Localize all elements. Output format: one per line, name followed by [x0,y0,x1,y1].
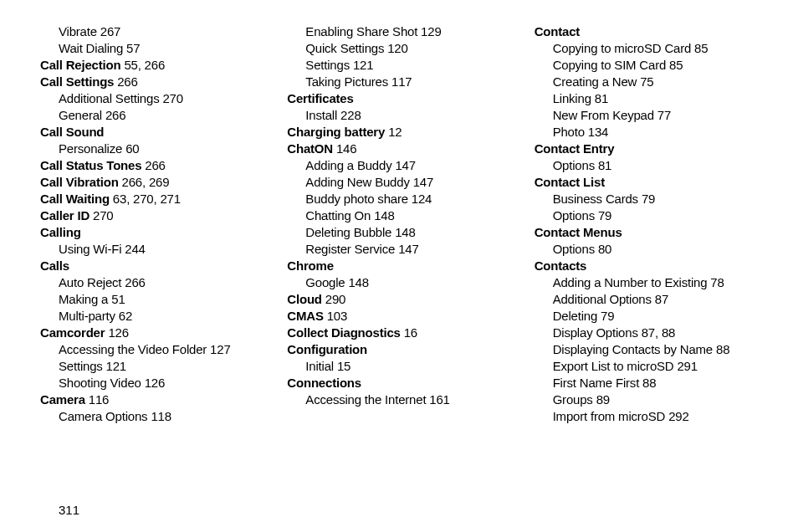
index-term[interactable]: Groups [553,392,593,407]
index-page-ref[interactable]: 270 [93,208,113,223]
index-term[interactable]: Calling [40,225,81,239]
index-page-ref[interactable]: 87 [655,292,668,306]
index-page-ref[interactable]: 244 [125,242,145,256]
index-page-ref[interactable]: 85 [669,58,683,72]
index-term[interactable]: Displaying Contacts by Name [553,342,713,356]
index-page-ref[interactable]: 15 [337,359,350,373]
index-term[interactable]: Calls [40,258,69,273]
index-page-ref[interactable]: 124 [412,192,432,206]
index-term[interactable]: Deleting Bubble [305,225,391,239]
index-term[interactable]: Call Status Tones [40,158,141,172]
index-page-ref[interactable]: 161 [429,392,449,407]
index-page-ref[interactable]: 85 [694,41,708,55]
index-page-ref[interactable]: 80 [598,242,611,256]
index-page-ref[interactable]: 88 [642,376,656,390]
index-term[interactable]: Personalize [59,141,122,156]
index-term[interactable]: Adding New Buddy [305,175,409,189]
index-term[interactable]: Photo [553,125,585,139]
index-term[interactable]: Display Options [553,325,638,340]
index-term[interactable]: Export List to microSD [553,359,674,373]
index-term[interactable]: Collect Diagnostics [287,325,400,340]
index-term[interactable]: Call Rejection [40,58,120,72]
index-term[interactable]: Enabling Share Shot [305,24,417,38]
index-page-ref[interactable]: 148 [348,275,368,289]
index-page-ref[interactable]: 266 [145,158,165,172]
index-term[interactable]: Settings [59,359,103,373]
index-term[interactable]: Shooting Video [59,376,141,390]
index-page-ref[interactable]: 55, 266 [124,58,165,72]
index-page-ref[interactable]: 270 [162,91,182,105]
index-page-ref[interactable]: 121 [353,58,373,72]
index-term[interactable]: New From Keypad [553,108,654,122]
index-term[interactable]: Accessing the Internet [305,392,426,407]
index-term[interactable]: Connections [287,376,361,390]
index-page-ref[interactable]: 148 [374,208,394,223]
index-term[interactable]: Linking [553,91,591,105]
index-term[interactable]: Call Settings [40,74,114,89]
index-term[interactable]: Chrome [287,258,333,273]
index-term[interactable]: Using Wi-Fi [59,242,121,256]
index-term[interactable]: Camcorder [40,325,105,340]
index-term[interactable]: Creating a New [553,74,637,89]
index-term[interactable]: Auto Reject [59,275,121,289]
index-page-ref[interactable]: 57 [126,41,140,55]
index-term[interactable]: Camera Options [59,409,147,423]
index-page-ref[interactable]: 79 [601,309,614,323]
index-page-ref[interactable]: 78 [710,275,724,289]
index-page-ref[interactable]: 116 [89,392,109,407]
index-page-ref[interactable]: 89 [596,392,610,407]
index-term[interactable]: Vibrate [59,24,97,38]
index-term[interactable]: Google [305,275,345,289]
index-page-ref[interactable]: 121 [106,359,126,373]
index-term[interactable]: Taking Pictures [305,74,388,89]
index-term[interactable]: Call Vibration [40,175,119,189]
index-page-ref[interactable]: 87, 88 [642,325,676,340]
index-page-ref[interactable]: 117 [391,74,412,89]
index-term[interactable]: Call Sound [40,125,104,139]
index-term[interactable]: Making a [59,292,108,306]
index-page-ref[interactable]: 63, 270, 271 [113,192,181,206]
index-term[interactable]: Options [553,242,595,256]
index-page-ref[interactable]: 16 [404,325,417,340]
index-page-ref[interactable]: 266 [105,108,125,122]
index-page-ref[interactable]: 290 [325,292,345,306]
index-term[interactable]: Copying to SIM Card [553,58,666,72]
index-term[interactable]: Configuration [287,342,367,356]
index-page-ref[interactable]: 75 [640,74,653,89]
index-term[interactable]: Charging battery [287,125,385,139]
index-page-ref[interactable]: 62 [119,309,132,323]
index-term[interactable]: First Name First [553,376,639,390]
index-term[interactable]: Options [553,208,595,223]
index-page-ref[interactable]: 267 [100,24,120,38]
index-page-ref[interactable]: 147 [413,175,433,189]
index-page-ref[interactable]: 79 [642,192,655,206]
index-term[interactable]: Quick Settings [305,41,384,55]
index-term[interactable]: ChatON [287,141,333,156]
index-page-ref[interactable]: 88 [716,342,729,356]
index-page-ref[interactable]: 134 [588,125,608,139]
index-term[interactable]: Multi-party [59,309,115,323]
index-term[interactable]: CMAS [287,309,323,323]
index-term[interactable]: Certificates [287,91,353,105]
index-page-ref[interactable]: 81 [595,91,608,105]
index-page-ref[interactable]: 79 [598,208,611,223]
index-term[interactable]: Deleting [553,309,597,323]
index-page-ref[interactable]: 147 [395,158,415,172]
index-term[interactable]: General [59,108,102,122]
index-term[interactable]: Additional Options [553,292,652,306]
index-page-ref[interactable]: 292 [668,409,688,423]
index-term[interactable]: Options [553,158,595,172]
index-page-ref[interactable]: 120 [387,41,407,55]
index-page-ref[interactable]: 12 [388,125,402,139]
index-term[interactable]: Contact Entry [535,141,615,156]
index-term[interactable]: Business Cards [553,192,638,206]
index-term[interactable]: Accessing the Video Folder [59,342,207,356]
index-page-ref[interactable]: 118 [151,409,171,423]
index-page-ref[interactable]: 146 [336,141,356,156]
index-term[interactable]: Cloud [287,292,322,306]
index-page-ref[interactable]: 77 [657,108,671,122]
index-term[interactable]: Caller ID [40,208,90,223]
index-term[interactable]: Buddy photo share [305,192,408,206]
index-term[interactable]: Adding a Number to Existing [553,275,708,289]
index-term[interactable]: Register Service [305,242,395,256]
